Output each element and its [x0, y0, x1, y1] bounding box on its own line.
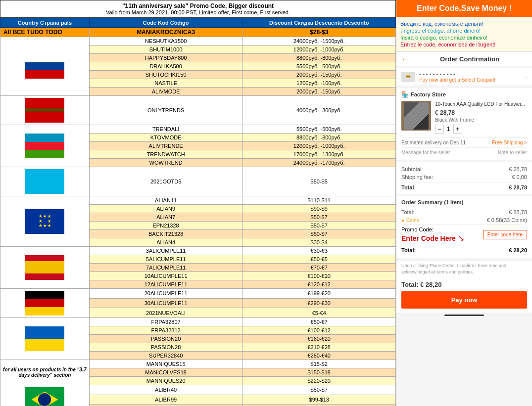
- ua-code-1: FRPA32807: [89, 318, 242, 326]
- kz-code-1: 2021OOTD5: [89, 167, 242, 196]
- az-discount-5: 17000руб. -1300руб.: [242, 150, 396, 159]
- final-amount-value: € 28,20: [420, 281, 441, 288]
- spain-discount-4: €100-€10: [242, 272, 396, 280]
- global-code-2: MANICOLVES18: [89, 368, 242, 377]
- final-amount-label: Total:: [401, 281, 420, 288]
- eu-code-4: EPN21328: [89, 222, 242, 230]
- col-country-header: Country Страна país: [0, 18, 90, 28]
- order-summary-title: Order Summary (1 item): [401, 199, 527, 205]
- belarus-flag: [25, 98, 64, 123]
- qty-decrease-button[interactable]: −: [435, 125, 444, 134]
- ukraine-flag-row: FRPA32807 €50-€7: [0, 318, 396, 326]
- table-wrapper: "11th anniversary sale" Promo Code, Bigg…: [0, 0, 396, 406]
- global-discount-2: $150-$18: [242, 368, 396, 377]
- promo-code-input[interactable]: Enter code here: [483, 230, 527, 239]
- payment-method-section[interactable]: 💳 • • • • • • • • • • • Pay now and get …: [396, 68, 532, 86]
- russia-code-4: DRALIKA500: [89, 62, 242, 71]
- belarus-flag-cell: [1, 97, 88, 124]
- brazil-flag-cell: [1, 386, 88, 406]
- az-code-6: WOWTREND: [89, 159, 242, 167]
- az-code-4: ALIVTRENDE: [89, 142, 242, 150]
- spain-flag-cell: [1, 254, 88, 281]
- russia-code-2: SHUTIM1000: [89, 45, 242, 54]
- store-name: 🏪 Factory Store: [401, 91, 527, 98]
- russia-code-3: HAPPYBDAY800: [89, 54, 242, 62]
- col-code-header: Code Kod Código: [89, 18, 242, 28]
- spain-code-3: 7ALICUMPLE11: [89, 264, 242, 272]
- de-code-3: 2021NUEVOALI: [89, 308, 242, 318]
- product-quantity: − 1 +: [435, 125, 527, 134]
- de-discount-3: €5-€4: [242, 308, 396, 318]
- russia-discount-7: 2000руб. -150руб.: [242, 88, 396, 96]
- russia-flag-cell: [1, 53, 88, 80]
- payment-dots: • • • • • • • • • • •: [419, 71, 523, 77]
- spain-discount-1: €30-€3: [242, 247, 396, 255]
- brazil-flag-row: ALIBR40 $50-$7: [0, 385, 396, 395]
- global-code-1: MANNIQUES15: [89, 360, 242, 368]
- eu-code-5: BACKIT21328: [89, 230, 242, 238]
- kz-flag-cell: [1, 168, 88, 195]
- russia-discount-5: 2000руб. -150руб.: [242, 71, 396, 79]
- promo-table: Country Страна país Code Kod Código Disc…: [0, 18, 396, 406]
- subtotal-value: € 28,78: [509, 166, 527, 172]
- az-discount-6: 24000руб. -1700руб.: [242, 159, 396, 167]
- spain-code-1: 3ALICUMPLE11: [89, 247, 242, 255]
- germany-flag-cell: [1, 290, 88, 316]
- message-label: Message for the seller: [401, 150, 450, 155]
- eu-code-2: ALIAN9: [89, 205, 242, 213]
- spain-code-5: 12ALICUMPLE11: [89, 280, 242, 289]
- az-code-1: ONLYTRENDS: [89, 96, 242, 125]
- message-placeholder[interactable]: Note to seller: [498, 150, 527, 155]
- az-flag-row: TRENDALI 5500руб. -500руб.: [0, 125, 396, 134]
- ua-discount-2: €100-€12: [242, 326, 396, 335]
- shipping-row: Shipping fee: € 0,00: [401, 173, 527, 181]
- spain-discount-3: €70-€7: [242, 264, 396, 272]
- az-code-2: TRENDALI: [89, 125, 242, 134]
- promo-title: "11th anniversary sale" Promo Code, Bigg…: [1, 2, 394, 9]
- enter-code-header: Enter Code,Save Money !: [396, 0, 532, 17]
- spain-code-2: 5ALICUMPLE11: [89, 255, 242, 264]
- spain-discount-2: €50-€5: [242, 255, 396, 264]
- kz-discount-1: $50-$5: [242, 167, 396, 196]
- ukraine-flag: [25, 326, 64, 351]
- russia-discount-6: 1200руб. -100руб.: [242, 79, 396, 88]
- delivery-value[interactable]: Free Shipping >: [492, 140, 527, 145]
- global-code-3: MANNIQUES20: [89, 377, 242, 385]
- all-country: All ВСЕ TUDO TODO: [0, 28, 90, 37]
- az-discount-2: 5500руб. -500руб.: [242, 125, 396, 134]
- az-flag-cell: [1, 133, 88, 159]
- all-discount: $28-$3: [242, 28, 396, 37]
- az-code-5: TRENDWATCH: [89, 150, 242, 159]
- ua-code-5: SUPER32840: [89, 352, 242, 360]
- right-panel: Enter Code,Save Money ! Введите код, сэк…: [396, 0, 532, 406]
- product-price: € 28,78: [435, 109, 527, 116]
- all-row: All ВСЕ TUDO TODO MANIAKROCZNICA3 $28-$3: [0, 28, 396, 37]
- product-name: 10-Touch AAA Quality LCD For Huawei...: [435, 101, 527, 107]
- pay-now-button[interactable]: Pay now: [401, 291, 527, 309]
- qty-increase-button[interactable]: +: [453, 125, 462, 134]
- message-seller-row: Message for the seller Note to seller: [401, 147, 527, 157]
- back-arrow[interactable]: ←: [401, 55, 408, 63]
- de-code-1: 20ALICUMPLE11: [89, 289, 242, 299]
- coins-label: Coins: [406, 218, 419, 223]
- product-row: 10-Touch AAA Quality LCD For Huawei... €…: [401, 101, 527, 134]
- eu-flag: ★ ★ ★★ ★★ ★ ★: [25, 209, 64, 234]
- payment-promo: Pay now and get a Select Coupon!: [419, 77, 523, 83]
- brazil-flag: [25, 387, 64, 406]
- final-pay-amount: Total: € 28,20: [401, 281, 527, 288]
- eu-code-1: ALIAN11: [89, 196, 242, 205]
- ua-code-2: FRPA32812: [89, 326, 242, 335]
- spain-flag-row: 3ALICUMPLE11 €30-€3: [0, 247, 396, 255]
- arrow-indicator-icon: ↘: [458, 233, 464, 243]
- russia-discount-4: 5500руб. -500руб.: [242, 62, 396, 71]
- pay-now-section: Total: € 28,20 Pay now: [396, 277, 532, 313]
- delivery-label: Estimated delivery on Dec 11: [401, 140, 466, 145]
- ua-discount-4: €210-€28: [242, 343, 396, 352]
- eu-discount-5: $50-$7: [242, 230, 396, 238]
- product-image: [401, 101, 431, 131]
- az-discount-3: 8800руб. -800руб.: [242, 134, 396, 142]
- final-total-value: € 28,20: [509, 247, 527, 253]
- russia-flag: [25, 54, 64, 79]
- russia-discount-3: 8800руб. -800руб.: [242, 54, 396, 62]
- promo-label-group: Promo Code: Enter Code Here ↘: [401, 226, 464, 243]
